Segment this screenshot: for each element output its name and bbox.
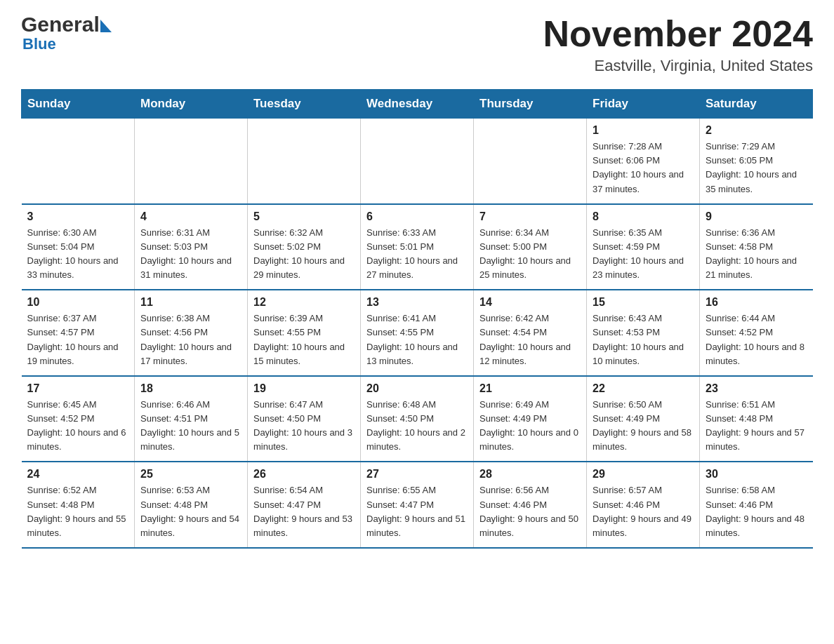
calendar-cell	[22, 119, 135, 204]
day-number: 15	[593, 296, 694, 309]
day-number: 22	[593, 382, 694, 395]
day-number: 2	[706, 124, 807, 137]
day-number: 3	[27, 210, 129, 223]
day-number: 20	[366, 382, 468, 395]
day-sun-info: Sunrise: 6:33 AM Sunset: 5:01 PM Dayligh…	[366, 226, 468, 283]
day-number: 8	[593, 210, 694, 223]
day-number: 21	[479, 382, 581, 395]
day-number: 29	[593, 468, 694, 481]
title-block: November 2024 Eastville, Virginia, Unite…	[543, 14, 813, 75]
calendar-cell: 23Sunrise: 6:51 AM Sunset: 4:48 PM Dayli…	[700, 376, 813, 462]
day-number: 30	[706, 468, 807, 481]
day-sun-info: Sunrise: 6:56 AM Sunset: 4:46 PM Dayligh…	[479, 483, 581, 540]
calendar-cell: 18Sunrise: 6:46 AM Sunset: 4:51 PM Dayli…	[135, 376, 248, 462]
calendar-cell: 25Sunrise: 6:53 AM Sunset: 4:48 PM Dayli…	[135, 462, 248, 548]
day-number: 13	[366, 296, 468, 309]
calendar-cell: 2Sunrise: 7:29 AM Sunset: 6:05 PM Daylig…	[700, 119, 813, 204]
day-number: 17	[27, 382, 129, 395]
day-sun-info: Sunrise: 7:29 AM Sunset: 6:05 PM Dayligh…	[706, 140, 807, 196]
day-sun-info: Sunrise: 6:42 AM Sunset: 4:54 PM Dayligh…	[479, 311, 581, 368]
day-sun-info: Sunrise: 6:51 AM Sunset: 4:48 PM Dayligh…	[706, 398, 807, 455]
calendar-cell: 5Sunrise: 6:32 AM Sunset: 5:02 PM Daylig…	[248, 204, 361, 290]
calendar-week-row: 3Sunrise: 6:30 AM Sunset: 5:04 PM Daylig…	[22, 204, 813, 290]
day-number: 19	[253, 382, 355, 395]
calendar-week-row: 1Sunrise: 7:28 AM Sunset: 6:06 PM Daylig…	[22, 119, 813, 204]
calendar-cell: 22Sunrise: 6:50 AM Sunset: 4:49 PM Dayli…	[587, 376, 700, 462]
day-sun-info: Sunrise: 6:37 AM Sunset: 4:57 PM Dayligh…	[27, 311, 129, 368]
calendar-week-row: 10Sunrise: 6:37 AM Sunset: 4:57 PM Dayli…	[22, 290, 813, 376]
day-number: 18	[140, 382, 241, 395]
calendar-cell: 4Sunrise: 6:31 AM Sunset: 5:03 PM Daylig…	[135, 204, 248, 290]
calendar-cell	[248, 119, 361, 204]
calendar-week-row: 17Sunrise: 6:45 AM Sunset: 4:52 PM Dayli…	[22, 376, 813, 462]
logo-sub: Blue	[22, 35, 56, 53]
day-sun-info: Sunrise: 7:28 AM Sunset: 6:06 PM Dayligh…	[593, 140, 694, 196]
day-number: 14	[479, 296, 581, 309]
calendar-cell	[135, 119, 248, 204]
day-sun-info: Sunrise: 6:43 AM Sunset: 4:53 PM Dayligh…	[593, 311, 694, 368]
day-number: 12	[253, 296, 355, 309]
calendar-cell: 8Sunrise: 6:35 AM Sunset: 4:59 PM Daylig…	[587, 204, 700, 290]
day-sun-info: Sunrise: 6:34 AM Sunset: 5:00 PM Dayligh…	[479, 226, 581, 283]
calendar-cell: 27Sunrise: 6:55 AM Sunset: 4:47 PM Dayli…	[361, 462, 474, 548]
day-number: 23	[706, 382, 807, 395]
header-sunday: Sunday	[22, 90, 135, 119]
day-number: 11	[140, 296, 241, 309]
day-sun-info: Sunrise: 6:45 AM Sunset: 4:52 PM Dayligh…	[27, 398, 129, 455]
day-sun-info: Sunrise: 6:58 AM Sunset: 4:46 PM Dayligh…	[706, 483, 807, 540]
page-title: November 2024	[543, 14, 813, 54]
day-sun-info: Sunrise: 6:32 AM Sunset: 5:02 PM Dayligh…	[253, 226, 355, 283]
header-thursday: Thursday	[474, 90, 587, 119]
calendar-cell: 10Sunrise: 6:37 AM Sunset: 4:57 PM Dayli…	[22, 290, 135, 376]
calendar-cell: 30Sunrise: 6:58 AM Sunset: 4:46 PM Dayli…	[700, 462, 813, 548]
calendar-cell: 15Sunrise: 6:43 AM Sunset: 4:53 PM Dayli…	[587, 290, 700, 376]
calendar-cell: 24Sunrise: 6:52 AM Sunset: 4:48 PM Dayli…	[22, 462, 135, 548]
calendar-cell	[361, 119, 474, 204]
calendar-cell: 14Sunrise: 6:42 AM Sunset: 4:54 PM Dayli…	[474, 290, 587, 376]
day-number: 24	[27, 468, 129, 481]
calendar-cell: 20Sunrise: 6:48 AM Sunset: 4:50 PM Dayli…	[361, 376, 474, 462]
day-number: 4	[140, 210, 241, 223]
day-number: 26	[253, 468, 355, 481]
day-number: 6	[366, 210, 468, 223]
day-sun-info: Sunrise: 6:55 AM Sunset: 4:47 PM Dayligh…	[366, 483, 468, 540]
calendar-cell: 12Sunrise: 6:39 AM Sunset: 4:55 PM Dayli…	[248, 290, 361, 376]
day-sun-info: Sunrise: 6:41 AM Sunset: 4:55 PM Dayligh…	[366, 311, 468, 368]
logo: General Blue	[21, 14, 112, 53]
day-sun-info: Sunrise: 6:46 AM Sunset: 4:51 PM Dayligh…	[140, 398, 241, 455]
page-header: General Blue November 2024 Eastville, Vi…	[21, 14, 813, 75]
calendar-cell: 6Sunrise: 6:33 AM Sunset: 5:01 PM Daylig…	[361, 204, 474, 290]
day-sun-info: Sunrise: 6:38 AM Sunset: 4:56 PM Dayligh…	[140, 311, 241, 368]
calendar-cell: 3Sunrise: 6:30 AM Sunset: 5:04 PM Daylig…	[22, 204, 135, 290]
day-sun-info: Sunrise: 6:35 AM Sunset: 4:59 PM Dayligh…	[593, 226, 694, 283]
calendar-cell: 26Sunrise: 6:54 AM Sunset: 4:47 PM Dayli…	[248, 462, 361, 548]
day-number: 27	[366, 468, 468, 481]
day-sun-info: Sunrise: 6:30 AM Sunset: 5:04 PM Dayligh…	[27, 226, 129, 283]
day-number: 9	[706, 210, 807, 223]
day-sun-info: Sunrise: 6:48 AM Sunset: 4:50 PM Dayligh…	[366, 398, 468, 455]
day-sun-info: Sunrise: 6:49 AM Sunset: 4:49 PM Dayligh…	[479, 398, 581, 455]
day-number: 7	[479, 210, 581, 223]
day-number: 10	[27, 296, 129, 309]
calendar-cell	[474, 119, 587, 204]
day-sun-info: Sunrise: 6:53 AM Sunset: 4:48 PM Dayligh…	[140, 483, 241, 540]
day-sun-info: Sunrise: 6:47 AM Sunset: 4:50 PM Dayligh…	[253, 398, 355, 455]
header-wednesday: Wednesday	[361, 90, 474, 119]
day-sun-info: Sunrise: 6:52 AM Sunset: 4:48 PM Dayligh…	[27, 483, 129, 540]
calendar-cell: 17Sunrise: 6:45 AM Sunset: 4:52 PM Dayli…	[22, 376, 135, 462]
day-sun-info: Sunrise: 6:31 AM Sunset: 5:03 PM Dayligh…	[140, 226, 241, 283]
page-subtitle: Eastville, Virginia, United States	[543, 57, 813, 75]
day-number: 28	[479, 468, 581, 481]
day-number: 5	[253, 210, 355, 223]
calendar-cell: 7Sunrise: 6:34 AM Sunset: 5:00 PM Daylig…	[474, 204, 587, 290]
logo-name: General	[21, 14, 112, 35]
calendar-cell: 19Sunrise: 6:47 AM Sunset: 4:50 PM Dayli…	[248, 376, 361, 462]
header-friday: Friday	[587, 90, 700, 119]
header-tuesday: Tuesday	[248, 90, 361, 119]
day-sun-info: Sunrise: 6:36 AM Sunset: 4:58 PM Dayligh…	[706, 226, 807, 283]
calendar-cell: 29Sunrise: 6:57 AM Sunset: 4:46 PM Dayli…	[587, 462, 700, 548]
day-sun-info: Sunrise: 6:57 AM Sunset: 4:46 PM Dayligh…	[593, 483, 694, 540]
calendar-week-row: 24Sunrise: 6:52 AM Sunset: 4:48 PM Dayli…	[22, 462, 813, 548]
calendar-cell: 28Sunrise: 6:56 AM Sunset: 4:46 PM Dayli…	[474, 462, 587, 548]
header-saturday: Saturday	[700, 90, 813, 119]
